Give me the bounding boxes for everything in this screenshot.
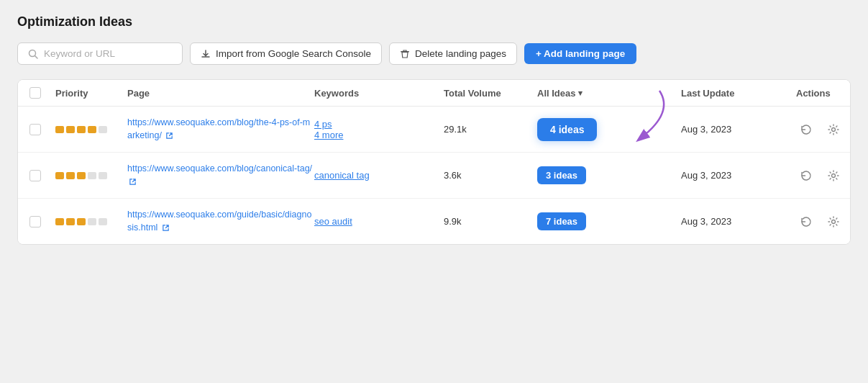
row3-ideas-badge[interactable]: 7 ideas	[537, 212, 586, 230]
add-landing-page-btn[interactable]: + Add landing page	[524, 43, 636, 64]
row2-ideas-badge[interactable]: 3 ideas	[537, 166, 586, 184]
row3-page: https://www.seoquake.com/guide/basic/dia…	[127, 209, 314, 234]
row2-refresh-btn[interactable]	[796, 166, 816, 186]
row3-kw1[interactable]: seo audit	[314, 216, 444, 227]
priority-bar	[88, 126, 96, 133]
refresh-icon	[800, 169, 813, 182]
svg-point-4	[832, 127, 836, 131]
row1-kw1[interactable]: 4 ps	[314, 119, 444, 130]
page-title: Optimization Ideas	[17, 14, 851, 30]
table-row: https://www.seoquake.com/blog/the-4-ps-o…	[18, 107, 850, 153]
svg-line-1	[35, 55, 38, 58]
row3-refresh-btn[interactable]	[796, 212, 816, 232]
priority-bar	[55, 218, 64, 225]
gear-icon	[827, 123, 840, 136]
row2-page-link[interactable]: https://www.seoquake.com/blog/canonical-…	[127, 163, 312, 174]
row1-ideas-badge[interactable]: 4 ideas	[537, 118, 597, 141]
row1-settings-btn[interactable]	[823, 120, 844, 140]
row3-volume: 9.9k	[444, 216, 537, 227]
table-header: Priority Page Keywords Total Volume All …	[18, 80, 850, 107]
priority-bar	[66, 218, 75, 225]
th-last-update: Last Update	[681, 88, 796, 99]
row2-ideas-cell: 3 ideas	[537, 166, 681, 184]
th-actions: Actions	[796, 88, 851, 99]
external-link-icon	[162, 224, 170, 232]
search-icon	[28, 49, 38, 59]
all-ideas-chevron: ▾	[578, 89, 583, 98]
priority-bar-empty	[99, 126, 107, 133]
row2-page: https://www.seoquake.com/blog/canonical-…	[127, 163, 314, 188]
priority-bar-empty	[99, 218, 107, 225]
row1-kw-more[interactable]: 4 more	[314, 130, 343, 140]
search-placeholder: Keyword or URL	[44, 48, 115, 59]
header-checkbox[interactable]	[29, 87, 41, 99]
trash-icon	[400, 49, 410, 59]
row3-ideas-cell: 7 ideas	[537, 212, 681, 230]
th-checkbox	[29, 87, 55, 99]
row2-settings-btn[interactable]	[823, 166, 844, 186]
priority-bar-empty	[88, 172, 96, 179]
gear-icon	[827, 169, 840, 182]
row3-page-link[interactable]: https://www.seoquake.com/guide/basic/dia…	[127, 209, 311, 233]
row1-checkbox[interactable]	[29, 124, 55, 135]
row1-keywords: 4 ps 4 more	[314, 119, 444, 140]
priority-bar	[66, 126, 75, 133]
row2-date: Aug 3, 2023	[681, 170, 796, 181]
th-all-ideas[interactable]: All Ideas ▾	[537, 88, 681, 99]
row2-actions	[796, 166, 851, 186]
download-icon	[201, 49, 211, 59]
row2-checkbox[interactable]	[29, 170, 55, 181]
priority-bar	[77, 172, 86, 179]
row1-actions	[796, 120, 851, 140]
toolbar: Keyword or URL Import from Google Search…	[17, 42, 851, 65]
priority-bar	[77, 126, 86, 133]
row3-priority	[55, 218, 127, 225]
row1-refresh-btn[interactable]	[796, 120, 816, 140]
external-link-icon	[129, 178, 137, 186]
th-keywords: Keywords	[314, 88, 444, 99]
row2-kw1[interactable]: canonical tag	[314, 170, 444, 181]
row1-page: https://www.seoquake.com/blog/the-4-ps-o…	[127, 117, 314, 142]
search-input[interactable]: Keyword or URL	[17, 42, 183, 65]
delete-btn-label: Delete landing pages	[415, 48, 506, 59]
import-btn[interactable]: Import from Google Search Console	[190, 42, 382, 65]
row3-date: Aug 3, 2023	[681, 216, 796, 227]
priority-bar	[55, 126, 64, 133]
svg-point-6	[832, 220, 836, 223]
priority-bar	[77, 218, 86, 225]
row1-date: Aug 3, 2023	[681, 124, 796, 135]
th-volume: Total Volume	[444, 88, 537, 99]
row3-settings-btn[interactable]	[823, 212, 844, 232]
priority-bar	[66, 172, 75, 179]
row1-page-link[interactable]: https://www.seoquake.com/blog/the-4-ps-o…	[127, 117, 310, 140]
row3-keywords: seo audit	[314, 216, 444, 227]
table-row: https://www.seoquake.com/guide/basic/dia…	[18, 199, 850, 244]
row3-actions	[796, 212, 851, 232]
priority-bar-empty	[99, 172, 107, 179]
th-priority: Priority	[55, 88, 127, 99]
external-link-icon	[165, 132, 173, 140]
row1-ideas-cell: 4 ideas	[537, 123, 681, 136]
priority-bar	[55, 172, 64, 179]
gear-icon	[827, 215, 840, 228]
row2-volume: 3.6k	[444, 170, 537, 181]
delete-btn[interactable]: Delete landing pages	[389, 42, 517, 65]
optimization-table: Priority Page Keywords Total Volume All …	[17, 79, 851, 245]
table-row: https://www.seoquake.com/blog/canonical-…	[18, 153, 850, 199]
import-btn-label: Import from Google Search Console	[216, 48, 371, 59]
refresh-icon	[800, 215, 813, 228]
row2-keywords: canonical tag	[314, 170, 444, 181]
row1-volume: 29.1k	[444, 124, 537, 135]
row2-priority	[55, 172, 127, 179]
row1-priority	[55, 126, 127, 133]
add-btn-label: + Add landing page	[536, 48, 625, 59]
th-page: Page	[127, 88, 314, 99]
svg-point-5	[832, 174, 836, 177]
row3-checkbox[interactable]	[29, 216, 55, 227]
priority-bar-empty	[88, 218, 96, 225]
refresh-icon	[800, 123, 813, 136]
